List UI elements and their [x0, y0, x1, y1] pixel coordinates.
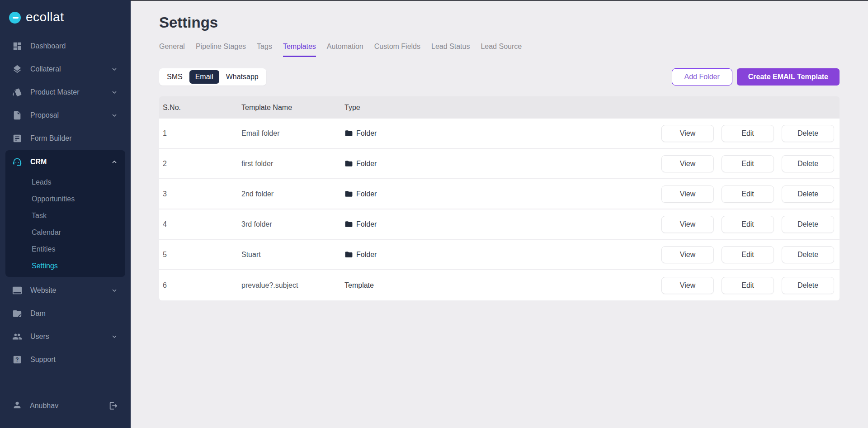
sidebar-item-dam[interactable]: Dam [0, 302, 131, 325]
delete-button[interactable]: Delete [782, 216, 834, 233]
headset-icon [12, 157, 22, 167]
folder-icon [344, 190, 353, 198]
row-type-label: Folder [356, 220, 377, 228]
create-email-template-button[interactable]: Create EMAIL Template [737, 68, 840, 86]
user-row: Anubhav [0, 400, 131, 428]
column-header-sno: S.No. [163, 104, 241, 112]
tab-lead-status[interactable]: Lead Status [431, 43, 470, 57]
row-type-label: Folder [356, 160, 377, 168]
row-type: Folder [344, 250, 653, 259]
tab-custom-fields[interactable]: Custom Fields [374, 43, 420, 57]
chevron-down-icon [110, 88, 118, 96]
edit-button[interactable]: Edit [722, 277, 774, 294]
tab-tags[interactable]: Tags [257, 43, 272, 57]
edit-button[interactable]: Edit [722, 246, 774, 263]
chevron-down-icon [110, 65, 118, 73]
toggle-email[interactable]: Email [189, 70, 219, 84]
add-folder-button[interactable]: Add Folder [672, 68, 732, 86]
row-type-label: Template [344, 281, 374, 290]
sidebar-subitem-settings[interactable]: Settings [5, 257, 125, 274]
row-sno: 6 [163, 281, 241, 290]
sidebar-item-dashboard[interactable]: Dashboard [0, 34, 131, 57]
edit-button[interactable]: Edit [722, 125, 774, 142]
sidebar-item-users[interactable]: Users [0, 325, 131, 348]
sidebar-item-label: Dashboard [30, 42, 118, 50]
tab-automation[interactable]: Automation [327, 43, 363, 57]
sidebar-item-form-builder[interactable]: Form Builder [0, 127, 131, 150]
brand-logo-icon [9, 12, 21, 24]
sidebar-subitem-entities[interactable]: Entities [5, 241, 125, 257]
sidebar-subitem-opportunities[interactable]: Opportunities [5, 190, 125, 207]
chevron-down-icon [110, 286, 118, 295]
edit-button[interactable]: Edit [722, 155, 774, 172]
delete-button[interactable]: Delete [782, 125, 834, 142]
row-actions: View Edit Delete [653, 185, 840, 203]
row-type: Folder [344, 190, 653, 198]
dashboard-icon [12, 41, 22, 51]
row-template-name: first folder [241, 160, 344, 168]
edit-button[interactable]: Edit [722, 185, 774, 203]
row-type-label: Folder [356, 190, 377, 198]
help-icon: ? [12, 355, 22, 365]
row-template-name: prevalue?.subject [241, 281, 344, 290]
tab-pipeline-stages[interactable]: Pipeline Stages [196, 43, 246, 57]
view-button[interactable]: View [661, 246, 714, 263]
row-type: Folder [344, 220, 653, 228]
sidebar-subitem-calendar[interactable]: Calendar [5, 224, 125, 241]
view-button[interactable]: View [661, 155, 714, 172]
tab-general[interactable]: General [159, 43, 185, 57]
layers-icon [12, 64, 22, 74]
view-button[interactable]: View [661, 216, 714, 233]
view-button[interactable]: View [661, 277, 714, 294]
folder-icon [344, 159, 353, 168]
sidebar-subitem-task[interactable]: Task [5, 207, 125, 224]
tab-lead-source[interactable]: Lead Source [481, 43, 522, 57]
toggle-sms[interactable]: SMS [161, 70, 189, 84]
row-sno: 5 [163, 251, 241, 259]
delete-button[interactable]: Delete [782, 277, 834, 294]
sidebar-item-collateral[interactable]: Collateral [0, 57, 131, 81]
table-row-0: 1 Email folder Folder View Edit Delete [159, 119, 840, 149]
sidebar-item-website[interactable]: Website [0, 279, 131, 302]
sidebar-item-proposal[interactable]: Proposal [0, 104, 131, 127]
folder-icon [344, 129, 353, 138]
row-type-label: Folder [356, 129, 377, 138]
brand-logo-text: ecollat [26, 11, 64, 24]
delete-button[interactable]: Delete [782, 246, 834, 263]
sidebar-item-label: Website [30, 286, 102, 295]
folder-edit-icon [12, 309, 22, 319]
edit-button[interactable]: Edit [722, 216, 774, 233]
tab-templates[interactable]: Templates [283, 43, 316, 57]
delete-button[interactable]: Delete [782, 185, 834, 203]
row-template-name: 3rd folder [241, 220, 344, 228]
user-name: Anubhav [30, 402, 101, 410]
brand-logo[interactable]: ecollat [0, 0, 131, 26]
settings-tabs: General Pipeline Stages Tags Templates A… [159, 43, 840, 57]
sidebar-item-label: Support [30, 356, 118, 364]
row-sno: 2 [163, 160, 241, 168]
user-avatar-icon [12, 400, 22, 412]
chevron-up-icon [110, 158, 118, 166]
row-type: Folder [344, 159, 653, 168]
sidebar-nav: Dashboard Collateral Product Master Prop… [0, 34, 131, 400]
table-header: S.No. Template Name Type [159, 96, 840, 119]
toggle-whatsapp[interactable]: Whatsapp [220, 70, 264, 84]
row-type: Template [344, 281, 653, 290]
product-card-icon [12, 87, 22, 97]
row-template-name: 2nd folder [241, 190, 344, 198]
form-icon [12, 133, 22, 143]
table-body: 1 Email folder Folder View Edit Delete 2 [159, 119, 840, 300]
row-sno: 4 [163, 220, 241, 228]
row-actions: View Edit Delete [653, 277, 840, 294]
svg-text:?: ? [15, 357, 19, 363]
sidebar-item-support[interactable]: ? Support [0, 348, 131, 371]
row-actions: View Edit Delete [653, 125, 840, 142]
sidebar-item-crm[interactable]: CRM [5, 150, 125, 174]
delete-button[interactable]: Delete [782, 155, 834, 172]
view-button[interactable]: View [661, 125, 714, 142]
column-header-template-name: Template Name [241, 104, 344, 112]
view-button[interactable]: View [661, 185, 714, 203]
sidebar-item-product-master[interactable]: Product Master [0, 81, 131, 104]
sidebar-subitem-leads[interactable]: Leads [5, 174, 125, 190]
logout-icon[interactable] [108, 401, 118, 411]
